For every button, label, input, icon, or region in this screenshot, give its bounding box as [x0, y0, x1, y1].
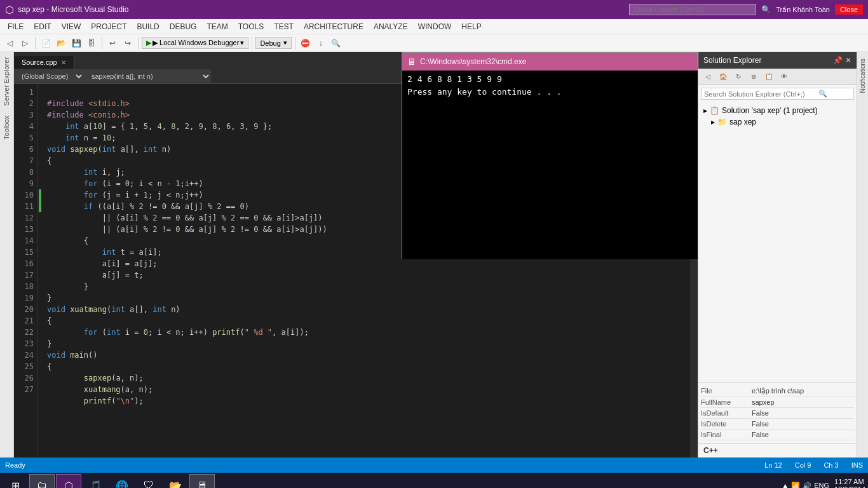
menu-item-edit[interactable]: EDIT [29, 21, 56, 32]
solution-explorer-panel: Solution Explorer 📌 ✕ ◁ 🏠 ↻ ⊖ 📋 👁 🔍 ▸ 📋 … [698, 52, 857, 458]
save-all-btn[interactable]: 🗄 [85, 36, 98, 50]
time: 11:27 AM [834, 478, 865, 485]
source-cpp-tab[interactable]: Source.cpp ✕ [14, 56, 74, 69]
se-home-btn[interactable]: 🏠 [716, 70, 730, 84]
step-btn[interactable]: ↓ [314, 36, 328, 50]
prop-key-file: File [701, 387, 752, 395]
scope-select[interactable]: (Global Scope) [14, 69, 84, 83]
taskbar-left: ⊞ 🗂 ⬡ 🎵 🌐 🛡 📂 🖥 [3, 474, 215, 488]
menu-item-team[interactable]: TEAM [201, 21, 233, 32]
network-icon: 📶 [791, 482, 800, 489]
watch-btn[interactable]: 🔍 [329, 36, 343, 50]
toolbar: ◁ ▷ 📄 📂 💾 🗄 ↩ ↪ ▶ ▶ Local Windows Debugg… [0, 34, 868, 52]
cmd-btn[interactable]: 🖥 [189, 474, 215, 488]
files-btn[interactable]: 🗂 [29, 474, 55, 488]
prop-key-isdefault: IsDefault [701, 409, 752, 417]
se-pin-btn[interactable]: 📌 [833, 56, 843, 65]
server-explorer-tab[interactable]: Server Explorer [0, 52, 13, 111]
editor-area: Source.cpp ✕ ▾ (Global Scope) sapxep(int… [14, 52, 698, 458]
undo-btn[interactable]: ↩ [105, 36, 119, 50]
ch-indicator: Ch 3 [824, 461, 838, 469]
toolbox-tab[interactable]: Toolbox [0, 111, 13, 145]
new-project-btn[interactable]: 📄 [39, 36, 53, 50]
project-collapse-icon: ▸ [711, 118, 715, 126]
se-props-btn[interactable]: 📋 [762, 70, 776, 84]
redo-btn[interactable]: ↪ [121, 36, 135, 50]
prop-val-isdelete: False [752, 420, 769, 428]
sep1 [35, 37, 36, 50]
menu-item-view[interactable]: VIEW [57, 21, 86, 32]
menu-item-debug[interactable]: DEBUG [165, 21, 202, 32]
cmd-window: 🖥 C:\Windows\system32\cmd.exe ─ □ ✕ 2 4 … [402, 84, 698, 259]
breakpoint-btn[interactable]: ⛔ [299, 36, 313, 50]
forward-btn[interactable]: ▷ [18, 36, 32, 50]
se-search-icon: 🔍 [818, 90, 827, 98]
quicklaunch-input[interactable] [629, 4, 756, 15]
close-label-btn[interactable]: Close [835, 4, 863, 15]
open-btn[interactable]: 📂 [54, 36, 68, 50]
menu-item-test[interactable]: TEST [269, 21, 299, 32]
save-btn[interactable]: 💾 [69, 36, 83, 50]
tray-arrow-icon[interactable]: ▲ [782, 482, 789, 488]
config-dropdown-icon: ▾ [283, 39, 287, 47]
status-text: Ready [5, 461, 25, 469]
code-area-wrapper: 1 2 3 4 5 6 7 8 9 10 11 12 13 14 15 16 1 [14, 84, 698, 458]
properties-panel: File e:\lập trình c\sap FullName sapxep … [698, 383, 857, 443]
prop-row-isfinal: IsFinal False [701, 430, 854, 440]
se-search-input[interactable] [704, 90, 818, 98]
se-collapse-btn[interactable]: ⊖ [747, 70, 761, 84]
start-btn[interactable]: ⊞ [3, 474, 28, 488]
se-showall-btn[interactable]: 👁 [777, 70, 791, 84]
search-icon: 🔍 [761, 5, 771, 14]
vs-logo-icon: ⬡ [5, 4, 14, 16]
run-dropdown-icon: ▾ [240, 39, 244, 47]
vs-btn[interactable]: ⬡ [56, 474, 81, 488]
prop-key-isdelete: IsDelete [701, 420, 752, 428]
left-sidebar: Server Explorer Toolbox [0, 52, 14, 458]
tree-item-project[interactable]: ▸ 📁 sap xep [701, 116, 854, 128]
menu-item-tools[interactable]: TOOLS [233, 21, 269, 32]
tab-label: Source.cpp [22, 58, 57, 66]
tab-close-btn[interactable]: ✕ [61, 59, 66, 66]
config-dropdown[interactable]: Debug ▾ [255, 37, 291, 49]
user-label: Trần Khánh Toàn [776, 6, 830, 14]
security-btn[interactable]: 🛡 [136, 474, 161, 488]
indicators-gutter [38, 84, 42, 458]
se-tree: ▸ 📋 Solution 'sap xep' (1 project) ▸ 📁 s… [698, 102, 857, 383]
notifications-tab[interactable]: Notifications [858, 55, 867, 97]
se-close-btn[interactable]: ✕ [845, 56, 851, 65]
menu-item-help[interactable]: HELP [456, 21, 486, 32]
statusbar-right: Ln 12 Col 9 Ch 3 INS [764, 461, 863, 469]
menu-item-architecture[interactable]: ARCHITECTURE [299, 21, 369, 32]
titlebar-title: sap xep - Microsoft Visual Studio [18, 5, 129, 14]
tree-item-solution[interactable]: ▸ 📋 Solution 'sap xep' (1 project) [701, 105, 854, 116]
prop-val-isfinal: False [752, 431, 769, 438]
notifications-sidebar: Notifications [857, 52, 868, 458]
run-debugger-btn[interactable]: ▶ ▶ Local Windows Debugger ▾ [142, 37, 248, 49]
clock: 11:27 AM 12/6/2014 [834, 478, 865, 488]
config-label: Debug [260, 39, 280, 47]
prop-val-file: e:\lập trình c\sap [752, 387, 804, 395]
solution-label: Solution 'sap xep' (1 project) [722, 106, 818, 115]
ln-indicator: Ln 12 [764, 461, 782, 469]
menu-item-project[interactable]: PROJECT [86, 21, 132, 32]
se-back-btn[interactable]: ◁ [701, 70, 715, 84]
back-btn[interactable]: ◁ [3, 36, 17, 50]
sep2 [102, 37, 102, 50]
cmd-content: 2 4 6 8 8 1 3 5 9 9 Press any key to con… [402, 84, 698, 259]
menu-item-build[interactable]: BUILD [132, 21, 164, 32]
main-layout: Server Explorer Toolbox Source.cpp ✕ ▾ (… [0, 52, 868, 458]
media-btn[interactable]: 🎵 [83, 474, 108, 488]
browser-btn[interactable]: 🌐 [109, 474, 135, 488]
se-title: Solution Explorer [703, 56, 761, 65]
menu-item-analyze[interactable]: ANALYZE [369, 21, 413, 32]
menu-item-window[interactable]: WINDOW [413, 21, 457, 32]
explorer-btn[interactable]: 📂 [163, 474, 188, 488]
func-select[interactable]: sapxep(int a[], int n) [84, 69, 211, 83]
sep5 [295, 37, 295, 50]
date: 12/6/2014 [834, 485, 865, 488]
menu-item-file[interactable]: FILE [3, 21, 29, 32]
se-titlebar-controls: 📌 ✕ [833, 56, 851, 65]
titlebar-left: ⬡ sap xep - Microsoft Visual Studio [5, 4, 129, 16]
se-refresh-btn[interactable]: ↻ [731, 70, 745, 84]
